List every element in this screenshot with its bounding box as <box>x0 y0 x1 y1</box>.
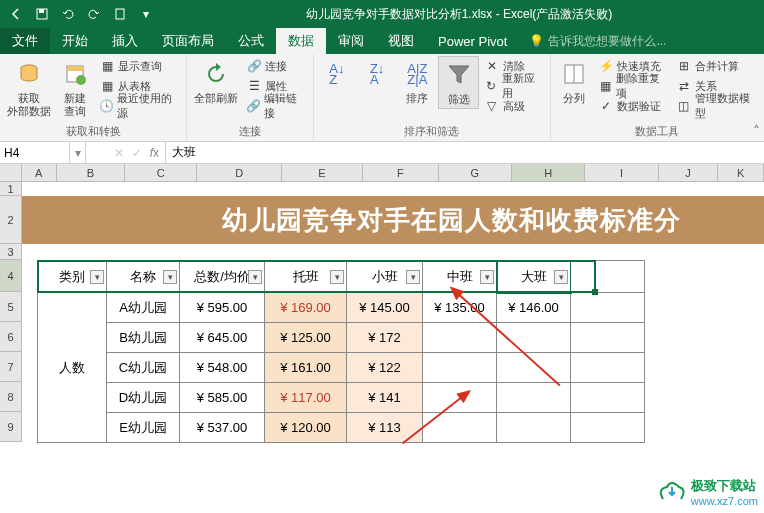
column-header-J[interactable]: J <box>659 164 719 181</box>
tab-insert[interactable]: 插入 <box>100 28 150 54</box>
table-cell[interactable]: ¥ 145.00 <box>347 293 423 323</box>
column-header-A[interactable]: A <box>22 164 57 181</box>
table-cell[interactable] <box>423 383 497 413</box>
formula-input[interactable]: 大班 <box>166 144 764 161</box>
consolidate-button[interactable]: ⊞合并计算 <box>673 56 760 76</box>
back-icon[interactable] <box>4 2 28 26</box>
select-all-corner[interactable] <box>0 164 22 181</box>
fx-icon[interactable]: fx <box>150 146 159 160</box>
filter-dropdown-icon[interactable]: ▾ <box>330 270 344 284</box>
table-cell[interactable] <box>497 413 571 443</box>
row-header-4[interactable]: 4 <box>0 260 22 292</box>
filter-dropdown-icon[interactable]: ▾ <box>163 270 177 284</box>
undo-icon[interactable] <box>56 2 80 26</box>
table-cell[interactable] <box>497 383 571 413</box>
column-header-B[interactable]: B <box>57 164 125 181</box>
reapply-button[interactable]: ↻重新应用 <box>481 76 546 96</box>
text-to-columns-button[interactable]: 分列 <box>555 56 593 107</box>
tab-file[interactable]: 文件 <box>0 28 50 54</box>
table-cell[interactable]: ¥ 146.00 <box>497 293 571 323</box>
sort-button[interactable]: A|ZZ|A 排序 <box>398 56 436 107</box>
table-cell[interactable]: ¥ 117.00 <box>265 383 347 413</box>
filter-dropdown-icon[interactable]: ▾ <box>406 270 420 284</box>
table-cell[interactable]: D幼儿园 <box>107 383 180 413</box>
table-cell[interactable] <box>423 353 497 383</box>
table-cell[interactable]: ¥ 585.00 <box>180 383 265 413</box>
filter-button[interactable]: 筛选 <box>438 56 478 109</box>
column-header-F[interactable]: F <box>363 164 438 181</box>
get-external-data-button[interactable]: 获取 外部数据 <box>4 56 54 120</box>
table-cell[interactable]: ¥ 135.00 <box>423 293 497 323</box>
table-cell[interactable]: ¥ 169.00 <box>265 293 347 323</box>
sort-asc-button[interactable]: A↓Z <box>318 56 356 92</box>
table-header[interactable]: 类别▾ <box>38 261 107 293</box>
table-cell[interactable]: ¥ 548.00 <box>180 353 265 383</box>
new-query-button[interactable]: 新建 查询 <box>56 56 94 120</box>
cancel-formula-icon[interactable]: ✕ <box>114 146 124 160</box>
row-header-1[interactable]: 1 <box>0 182 22 196</box>
table-header[interactable]: 托班▾ <box>265 261 347 293</box>
tell-me-search[interactable]: 💡 告诉我您想要做什么... <box>519 33 666 50</box>
row-header-8[interactable]: 8 <box>0 382 22 412</box>
enter-formula-icon[interactable]: ✓ <box>132 146 142 160</box>
connections-button[interactable]: 🔗连接 <box>243 56 309 76</box>
table-header[interactable]: 名称▾ <box>107 261 180 293</box>
sort-desc-button[interactable]: Z↓A <box>358 56 396 92</box>
table-cell[interactable]: C幼儿园 <box>107 353 180 383</box>
filter-dropdown-icon[interactable]: ▾ <box>480 270 494 284</box>
refresh-all-button[interactable]: 全部刷新 <box>191 56 241 107</box>
row-header-6[interactable]: 6 <box>0 322 22 352</box>
tab-layout[interactable]: 页面布局 <box>150 28 226 54</box>
table-cell[interactable]: ¥ 125.00 <box>265 323 347 353</box>
column-header-C[interactable]: C <box>125 164 197 181</box>
table-cell[interactable]: ¥ 645.00 <box>180 323 265 353</box>
table-cell[interactable] <box>571 323 645 353</box>
cells-area[interactable]: 幼儿园竞争对手在园人数和收费标准分 类别▾名称▾总数/均价▾托班▾小班▾中班▾大… <box>22 182 764 442</box>
recent-sources-button[interactable]: 🕓最近使用的源 <box>96 96 182 116</box>
row-header-5[interactable]: 5 <box>0 292 22 322</box>
advanced-filter-button[interactable]: ▽高级 <box>481 96 546 116</box>
table-cell[interactable] <box>423 323 497 353</box>
table-cell[interactable]: B幼儿园 <box>107 323 180 353</box>
column-header-H[interactable]: H <box>512 164 585 181</box>
table-cell[interactable] <box>571 293 645 323</box>
row-header-7[interactable]: 7 <box>0 352 22 382</box>
name-box-dropdown-icon[interactable]: ▾ <box>70 142 86 163</box>
row-header-2[interactable]: 2 <box>0 196 22 244</box>
row-header-3[interactable]: 3 <box>0 244 22 260</box>
tab-review[interactable]: 审阅 <box>326 28 376 54</box>
table-cell[interactable]: E幼儿园 <box>107 413 180 443</box>
table-cell[interactable] <box>497 353 571 383</box>
table-cell[interactable]: ¥ 141 <box>347 383 423 413</box>
redo-icon[interactable] <box>82 2 106 26</box>
tab-formulas[interactable]: 公式 <box>226 28 276 54</box>
edit-links-button[interactable]: 🔗编辑链接 <box>243 96 309 116</box>
table-cell[interactable]: ¥ 113 <box>347 413 423 443</box>
qat-dropdown-icon[interactable]: ▾ <box>134 2 158 26</box>
table-cell[interactable] <box>423 413 497 443</box>
name-box[interactable]: H4 <box>0 142 70 163</box>
table-header[interactable]: 总数/均价▾ <box>180 261 265 293</box>
column-header-D[interactable]: D <box>197 164 281 181</box>
filter-dropdown-icon[interactable]: ▾ <box>90 270 104 284</box>
tab-powerpivot[interactable]: Power Pivot <box>426 28 519 54</box>
tab-home[interactable]: 开始 <box>50 28 100 54</box>
table-cell[interactable] <box>571 353 645 383</box>
remove-duplicates-button[interactable]: ▦删除重复项 <box>595 76 671 96</box>
filter-dropdown-icon[interactable]: ▾ <box>248 270 262 284</box>
table-cell[interactable]: ¥ 161.00 <box>265 353 347 383</box>
row-header-9[interactable]: 9 <box>0 412 22 442</box>
tab-data[interactable]: 数据 <box>276 28 326 54</box>
table-cell[interactable] <box>497 323 571 353</box>
table-header[interactable]: 大班▾ <box>497 261 571 293</box>
data-validation-button[interactable]: ✓数据验证 <box>595 96 671 116</box>
table-cell[interactable] <box>571 383 645 413</box>
table-cell[interactable]: ¥ 595.00 <box>180 293 265 323</box>
table-cell[interactable]: ¥ 537.00 <box>180 413 265 443</box>
save-icon[interactable] <box>30 2 54 26</box>
page-icon[interactable] <box>108 2 132 26</box>
table-cell[interactable]: A幼儿园 <box>107 293 180 323</box>
tab-view[interactable]: 视图 <box>376 28 426 54</box>
table-cell[interactable]: ¥ 122 <box>347 353 423 383</box>
collapse-ribbon-icon[interactable]: ˄ <box>753 123 760 139</box>
